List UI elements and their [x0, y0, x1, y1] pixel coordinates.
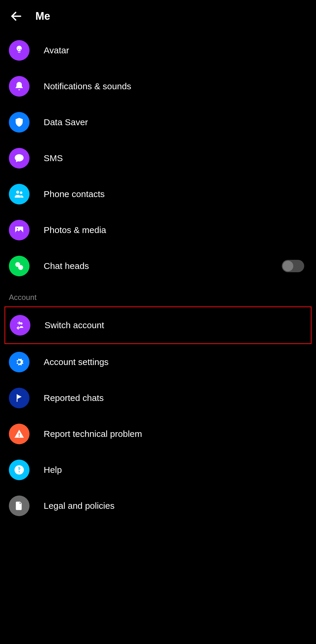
list-item-label: Reported chats — [44, 393, 307, 403]
back-button[interactable] — [9, 9, 24, 24]
highlight-box: Switch account — [4, 306, 312, 344]
svg-point-6 — [18, 265, 23, 270]
preferences-list: Avatar Notifications & sounds Data Saver… — [0, 32, 316, 284]
page-title: Me — [35, 10, 50, 22]
toggle-thumb — [283, 261, 293, 271]
avatar-icon — [9, 40, 30, 61]
image-icon — [9, 220, 30, 240]
list-item-report-problem[interactable]: Report technical problem — [0, 416, 316, 452]
list-item-label: Avatar — [44, 45, 307, 55]
list-item-label: Switch account — [45, 320, 306, 330]
list-item-chatheads[interactable]: Chat heads — [0, 248, 316, 284]
list-item-help[interactable]: Help — [0, 452, 316, 488]
gear-icon — [9, 352, 30, 372]
flag-icon — [9, 388, 30, 408]
list-item-label: Report technical problem — [44, 429, 307, 439]
warning-icon — [9, 424, 30, 444]
list-item-switch-account[interactable]: Switch account — [5, 307, 311, 343]
list-item-contacts[interactable]: Phone contacts — [0, 176, 316, 212]
bell-icon — [9, 76, 30, 97]
account-list: Switch account Account settings Reported… — [0, 306, 316, 524]
list-item-label: Legal and policies — [44, 501, 307, 511]
list-item-label: Photos & media — [44, 225, 307, 235]
list-item-account-settings[interactable]: Account settings — [0, 344, 316, 380]
people-icon — [9, 184, 30, 204]
list-item-sms[interactable]: SMS — [0, 140, 316, 176]
list-item-label: Chat heads — [44, 261, 268, 271]
list-item-label: Notifications & sounds — [44, 81, 307, 91]
svg-point-4 — [17, 228, 18, 229]
list-item-datasaver[interactable]: Data Saver — [0, 104, 316, 140]
list-item-label: Help — [44, 465, 307, 475]
help-icon — [9, 460, 30, 480]
list-item-photos[interactable]: Photos & media — [0, 212, 316, 248]
chat-icon — [9, 148, 30, 169]
chatheads-toggle[interactable] — [282, 260, 304, 272]
arrow-left-icon — [10, 10, 23, 23]
svg-point-2 — [20, 191, 22, 194]
document-icon — [9, 496, 30, 516]
switch-icon — [10, 315, 30, 336]
list-item-reported-chats[interactable]: Reported chats — [0, 380, 316, 416]
list-item-label: Data Saver — [44, 117, 307, 127]
header: Me — [0, 0, 316, 32]
list-item-legal[interactable]: Legal and policies — [0, 488, 316, 524]
shield-icon — [9, 112, 30, 133]
svg-point-1 — [16, 191, 19, 194]
list-item-notifications[interactable]: Notifications & sounds — [0, 68, 316, 104]
chatheads-icon — [9, 256, 30, 276]
list-item-label: SMS — [44, 153, 307, 163]
list-item-label: Account settings — [44, 357, 307, 367]
list-item-avatar[interactable]: Avatar — [0, 32, 316, 68]
section-header-account: Account — [0, 284, 316, 306]
list-item-label: Phone contacts — [44, 189, 307, 199]
